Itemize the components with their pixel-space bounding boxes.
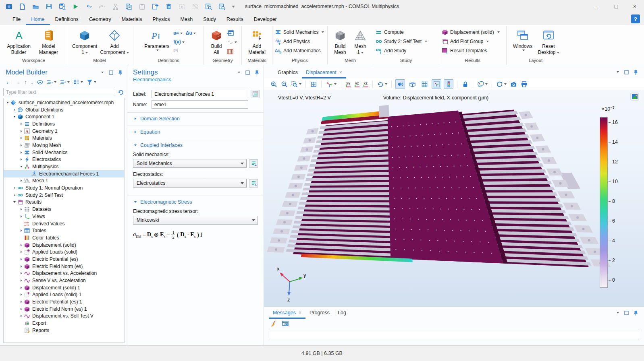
add-mathematics-button[interactable]: Δu Add Mathematics (275, 47, 321, 55)
pin-panel-icon[interactable] (117, 70, 123, 75)
xz-view-button[interactable]: xz (363, 81, 369, 88)
stress-tensor-select[interactable]: Minkowski (133, 216, 258, 225)
new-file-icon[interactable] (18, 2, 26, 10)
tree-item[interactable]: Component 1 (4, 113, 124, 120)
find-in-tree-icon[interactable] (218, 2, 226, 10)
zoom-extents-icon[interactable] (310, 80, 318, 88)
print-icon[interactable] (520, 80, 528, 88)
menu-developer[interactable]: Developer (249, 14, 282, 25)
color-palette-icon[interactable] (477, 80, 488, 88)
solid-mechanics-select[interactable]: Solid Mechanics (133, 159, 247, 168)
customize-toolbar-chevron-icon[interactable] (232, 6, 235, 8)
undo-icon[interactable] (85, 2, 93, 10)
forward-icon[interactable]: → (15, 79, 21, 85)
label-field-input[interactable] (152, 90, 248, 98)
tree-item[interactable]: Solid Mechanics (4, 149, 124, 156)
tree-item[interactable]: Electromechanical Forces 1 (4, 170, 124, 177)
show-icon[interactable] (37, 79, 43, 85)
tab-graphics[interactable]: Graphics (274, 67, 302, 78)
view-grid-toggle[interactable] (420, 79, 429, 89)
tree-item[interactable]: Views (4, 213, 124, 220)
plot-thumbnail-icon[interactable] (630, 93, 639, 101)
open-file-icon[interactable] (31, 2, 39, 10)
scene-light-toggle[interactable] (395, 79, 405, 89)
expand-icon[interactable] (12, 194, 17, 196)
find-icon[interactable] (204, 2, 212, 10)
menu-mesh[interactable]: Mesh (175, 14, 198, 25)
solid-mechanics-button[interactable]: Solid Mechanics (275, 28, 324, 36)
windows-button[interactable]: Windows (510, 27, 535, 51)
tree-item[interactable]: Tables (4, 227, 124, 234)
expand-icon[interactable] (19, 130, 23, 132)
expand-icon[interactable] (19, 293, 23, 296)
import-geometry-icon[interactable] (227, 30, 237, 36)
save-as-icon[interactable] (58, 2, 66, 10)
refresh-icon[interactable] (118, 89, 124, 95)
expand-icon[interactable] (19, 137, 23, 139)
tree-item[interactable]: Displacement (solid) (4, 241, 124, 249)
model-tree-node-text-icon[interactable] (73, 79, 83, 85)
tab-messages[interactable]: Messages× (269, 307, 305, 319)
default-view-icon[interactable] (325, 80, 337, 88)
rotate-view-icon[interactable] (376, 80, 388, 88)
section-coupled-interfaces[interactable]: Coupled Interfaces Solid mechanics: Soli… (127, 139, 264, 192)
go-to-source-button[interactable] (249, 159, 258, 168)
tree-item[interactable]: Electric Field Norm (es) (4, 263, 124, 270)
tab-displacement[interactable]: Displacement× (302, 67, 346, 78)
name-field-input[interactable] (152, 100, 248, 109)
expand-icon[interactable] (12, 109, 17, 111)
delete-icon[interactable] (164, 2, 172, 10)
panel-menu-chevron-icon[interactable] (235, 70, 241, 75)
expand-icon[interactable] (19, 265, 23, 268)
tree-item[interactable]: Color Tables (4, 234, 124, 241)
collapse-icon[interactable] (12, 201, 17, 203)
tree-item[interactable]: Global Definitions (4, 106, 124, 113)
model-manager-button[interactable]: ModelManager (34, 27, 63, 56)
expand-icon[interactable] (19, 123, 23, 125)
yz-view-button[interactable]: yz (354, 81, 360, 88)
menu-file[interactable]: File (7, 14, 26, 25)
expand-icon[interactable] (19, 258, 23, 260)
section-equation[interactable]: Equation (127, 126, 264, 136)
tree-filter-input[interactable] (3, 88, 115, 96)
electrostatics-select[interactable]: Electrostatics (133, 179, 247, 188)
panel-menu-chevron-icon[interactable] (614, 69, 620, 75)
tree-item[interactable]: Sense V vs. Acceleration (4, 277, 124, 284)
collapse-icon[interactable] (19, 166, 23, 167)
first-person-lock-icon[interactable] (461, 80, 469, 88)
filter-funnel-icon[interactable] (87, 79, 96, 85)
tree-item[interactable]: surface_micromachined_accelerometer.mph (4, 99, 124, 106)
collapse-icon[interactable] (12, 116, 17, 118)
build-mesh-button[interactable]: BuildMesh (330, 27, 350, 56)
zoom-out-icon[interactable] (280, 80, 288, 88)
tree-item[interactable]: Multiphysics (4, 163, 124, 170)
tree-item[interactable]: Applied Loads (solid) 1 (4, 291, 124, 299)
collapse-icon[interactable] (5, 102, 10, 103)
back-icon[interactable]: ← (6, 79, 11, 85)
expand-icon[interactable] (19, 229, 23, 232)
menu-study[interactable]: Study (198, 14, 221, 25)
tree-item[interactable]: Export (4, 320, 124, 327)
expand-icon[interactable] (19, 308, 23, 310)
add-material-button[interactable]: AddMaterial (245, 27, 269, 56)
tree-item[interactable]: Definitions (4, 120, 124, 128)
tree-item[interactable]: Applied Loads (solid) (4, 248, 124, 256)
snapshot-camera-icon[interactable] (509, 80, 517, 88)
application-builder-button[interactable]: A ApplicationBuilder (4, 27, 33, 56)
clear-messages-broom-icon[interactable] (270, 320, 278, 327)
tree-item[interactable]: Displacement (solid) 1 (4, 284, 124, 291)
close-tab-icon[interactable]: × (339, 70, 342, 75)
expand-icon[interactable] (19, 244, 23, 246)
menu-geometry[interactable]: Geometry (84, 14, 116, 25)
save-icon[interactable] (45, 2, 53, 10)
tree-item[interactable]: Displacement vs. Acceleration (4, 270, 124, 277)
tree-item[interactable]: Datasets (4, 206, 124, 213)
tab-log[interactable]: Log (334, 307, 350, 319)
study-2-self-test-button[interactable]: Study 2: Self Test (376, 37, 427, 45)
tree-item[interactable]: AGeometry 1 (4, 128, 124, 135)
go-to-source-button[interactable] (249, 179, 258, 188)
add-study-button[interactable]: Add Study (376, 47, 406, 55)
redo-icon[interactable] (98, 2, 106, 10)
displacement-solid-button[interactable]: Displacement (solid) (442, 28, 500, 36)
copy-icon[interactable] (125, 2, 133, 10)
